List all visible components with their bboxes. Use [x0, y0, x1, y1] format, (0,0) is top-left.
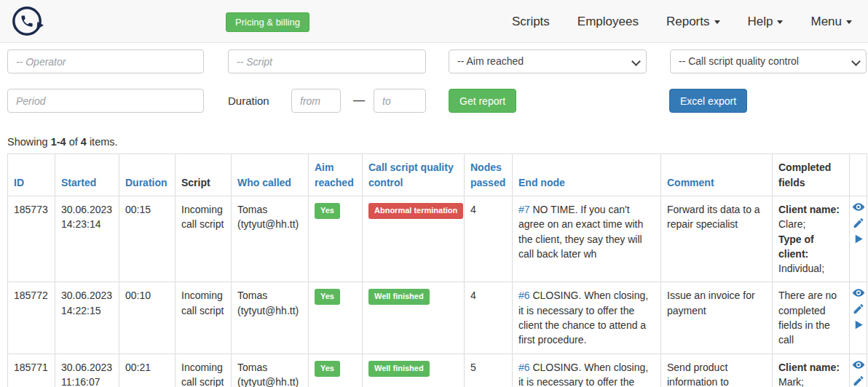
table-row: 185771 30.06.2023 11:16:07 00:21 Incomin…: [8, 354, 867, 387]
app-logo[interactable]: [10, 4, 44, 38]
col-header-completed-fields: Completed fields: [773, 154, 850, 196]
col-header-started[interactable]: Started: [55, 154, 119, 196]
table-header-row: ID Started Duration Script Who called Ai…: [8, 154, 867, 196]
nav-item-help[interactable]: Help: [748, 15, 784, 29]
nodes-passed-cell: 4: [465, 282, 513, 354]
caret-down-icon: [846, 20, 852, 24]
quality-control-select[interactable]: -- Call script quality control: [670, 49, 867, 73]
period-input[interactable]: [7, 89, 204, 113]
completed-fields-cell: There are no completed fields in the cal…: [773, 282, 850, 354]
end-node-cell: #6 CLOSING. When closing, it is necessar…: [513, 282, 661, 354]
end-node-link[interactable]: #7: [518, 204, 530, 215]
id-cell: 185771: [8, 354, 55, 387]
top-navbar: Pricing & billing Scripts Employees Repo…: [0, 0, 868, 43]
caret-down-icon: [714, 20, 720, 24]
excel-export-button[interactable]: Excel export: [669, 89, 747, 113]
started-cell: 30.06.2023 11:16:07: [55, 354, 119, 387]
completed-fields-cell: Client name: Clare; Type of client: Indi…: [773, 196, 850, 282]
col-header-aim-reached[interactable]: Aim reached: [309, 154, 363, 196]
script-input[interactable]: [228, 49, 426, 73]
nodes-passed-cell: 5: [465, 354, 513, 387]
script-cell: Incoming call script: [175, 354, 232, 387]
edit-pencil-icon[interactable]: [852, 217, 865, 229]
nav-item-employees[interactable]: Employees: [577, 15, 639, 29]
comment-cell: Send product information to company_emai…: [661, 354, 773, 387]
duration-label: Duration: [228, 89, 269, 113]
edit-pencil-icon[interactable]: [852, 303, 865, 315]
play-icon[interactable]: [852, 233, 865, 245]
phone-in-bubble-icon: [10, 4, 44, 38]
who-called-cell: Tomas (tytyut@hh.tt): [232, 196, 309, 282]
end-node-link[interactable]: #6: [518, 362, 530, 373]
pricing-billing-button[interactable]: Pricing & billing: [226, 12, 309, 32]
quality-control-select-value: -- Call script quality control: [679, 55, 799, 67]
duration-to-input[interactable]: [374, 89, 426, 113]
script-cell: Incoming call script: [175, 282, 232, 354]
chevron-down-icon: [853, 58, 859, 65]
quality-cell: Abnormal termination: [363, 196, 465, 282]
col-header-comment[interactable]: Comment: [661, 154, 773, 196]
summary-range: 1-4: [51, 136, 66, 148]
results-summary: Showing 1-4 of 4 items.: [7, 136, 118, 148]
aim-reached-badge: Yes: [315, 289, 340, 305]
aim-reached-badge: Yes: [315, 361, 340, 377]
started-cell: 30.06.2023 14:23:14: [55, 196, 119, 282]
quality-badge: Abnormal termination: [368, 203, 463, 219]
summary-total: 4: [81, 136, 87, 148]
col-header-quality-control[interactable]: Call script quality control: [363, 154, 465, 196]
duration-cell: 00:15: [119, 196, 175, 282]
end-node-text: NO TIME. If you can't agree on an exact …: [518, 204, 643, 260]
duration-from-input[interactable]: [291, 89, 341, 113]
actions-cell: [850, 196, 867, 282]
edit-pencil-icon[interactable]: [852, 375, 865, 387]
script-cell: Incoming call script: [175, 196, 232, 282]
col-header-who-called[interactable]: Who called: [232, 154, 309, 196]
nodes-passed-cell: 4: [465, 196, 513, 282]
eye-icon[interactable]: [852, 287, 865, 299]
duration-cell: 00:10: [119, 282, 175, 354]
end-node-text: CLOSING. When closing, it is necessary t…: [518, 290, 648, 346]
actions-cell: [850, 282, 867, 354]
id-cell: 185773: [8, 196, 55, 282]
col-header-nodes-passed[interactable]: Nodes passed: [465, 154, 513, 196]
aim-reached-cell: Yes: [309, 282, 363, 354]
nav-item-menu[interactable]: Menu: [810, 15, 852, 29]
main-nav: Scripts Employees Reports Help Menu: [512, 0, 852, 43]
quality-cell: Well finished: [363, 354, 465, 387]
completed-fields-cell: Client name: Mark; Type of client: Compa…: [773, 354, 850, 387]
table-row: 185773 30.06.2023 14:23:14 00:15 Incomin…: [8, 196, 867, 282]
col-header-actions: [850, 154, 867, 196]
end-node-cell: #6 CLOSING. When closing, it is necessar…: [513, 354, 661, 387]
actions-cell: [850, 354, 867, 387]
quality-badge: Well finished: [368, 361, 430, 377]
operator-input[interactable]: [7, 49, 204, 73]
aim-reached-badge: Yes: [315, 203, 340, 219]
comment-cell: Issue an invoice for payment: [661, 282, 773, 354]
duration-cell: 00:21: [119, 354, 175, 387]
eye-icon[interactable]: [852, 359, 865, 371]
caret-down-icon: [777, 20, 783, 24]
started-cell: 30.06.2023 14:22:15: [55, 282, 119, 354]
get-report-button[interactable]: Get report: [449, 89, 516, 113]
nav-item-reports[interactable]: Reports: [666, 15, 720, 29]
table-row: 185772 30.06.2023 14:22:15 00:10 Incomin…: [8, 282, 867, 354]
play-icon[interactable]: [852, 319, 865, 331]
chevron-down-icon: [633, 58, 639, 65]
col-header-script: Script: [175, 154, 232, 196]
id-cell: 185772: [8, 282, 55, 354]
col-header-end-node[interactable]: End node: [513, 154, 661, 196]
eye-icon[interactable]: [852, 201, 865, 213]
aim-reached-cell: Yes: [309, 354, 363, 387]
call-report-page: Pricing & billing Scripts Employees Repo…: [0, 0, 868, 387]
who-called-cell: Tomas (tytyut@hh.tt): [232, 354, 309, 387]
quality-badge: Well finished: [368, 289, 430, 305]
col-header-id[interactable]: ID: [8, 154, 55, 196]
aim-reached-select[interactable]: -- Aim reached: [449, 49, 647, 73]
nav-item-scripts[interactable]: Scripts: [512, 15, 550, 29]
who-called-cell: Tomas (tytyut@hh.tt): [232, 282, 309, 354]
range-dash: —: [350, 89, 368, 113]
end-node-link[interactable]: #6: [518, 290, 530, 301]
end-node-cell: #7 NO TIME. If you can't agree on an exa…: [513, 196, 661, 282]
aim-reached-cell: Yes: [309, 196, 363, 282]
col-header-duration[interactable]: Duration: [119, 154, 175, 196]
